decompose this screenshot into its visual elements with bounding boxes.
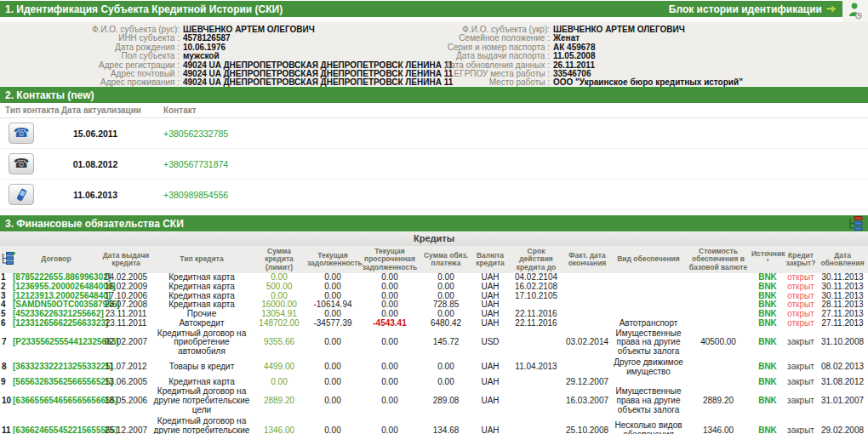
- collateral-value: [686, 378, 751, 387]
- credits-col-header: Срок действия кредита до: [509, 246, 563, 273]
- overdue-debt: -4543.41: [359, 319, 420, 328]
- contract-link[interactable]: [56563263562566556525]: [12, 378, 100, 387]
- actual-end-date: [563, 273, 611, 283]
- collateral-value: 40500.00: [686, 328, 751, 357]
- actual-end-date: [563, 319, 611, 328]
- credit-limit: 1346.00: [252, 416, 306, 434]
- currency: UAH: [471, 378, 509, 387]
- collateral-type: Несколько видов обеспечения: [611, 416, 686, 434]
- actual-end-date: 03.02.2014: [563, 328, 611, 357]
- credits-body: 1[8785222655.886996302]04.02.2005Кредитн…: [0, 273, 868, 434]
- payment-amount: 0.00: [420, 283, 471, 292]
- overdue-debt: 0.00: [359, 283, 420, 292]
- contract-link[interactable]: [36332332221325533225]: [12, 357, 100, 378]
- phone-blue-icon[interactable]: ☎: [9, 123, 34, 144]
- collateral-type: Автотранспорт: [611, 319, 686, 328]
- currency: UAH: [471, 319, 509, 328]
- credits-col-header: Договор: [12, 246, 100, 273]
- contacts-col-type: Тип контакта: [5, 106, 61, 115]
- credit-type: Кредитный договор на приобретение автомо…: [151, 328, 252, 357]
- source-code: BNK: [751, 378, 785, 387]
- updated-date: 08.02.2013: [817, 357, 868, 378]
- collateral-type: [611, 292, 686, 301]
- tree-icon[interactable]: [848, 216, 863, 231]
- arrow-right-icon[interactable]: [825, 3, 837, 14]
- credits-col-header: Тип кредита: [151, 246, 252, 273]
- overdue-debt: 0.00: [359, 378, 420, 387]
- id-field-row: Адрес проживания :49024 UA ДНЕПРОПЕТРОВС…: [0, 78, 434, 87]
- overdue-debt: 0.00: [359, 357, 420, 378]
- current-debt: 0.00: [306, 328, 359, 357]
- phone-blue-icon: ☎: [14, 127, 30, 140]
- currency: UAH: [471, 283, 509, 292]
- person-icon[interactable]: [848, 2, 863, 20]
- issue-date: 18.05.2006: [100, 386, 151, 415]
- contact-row: ☎15.06.2011+380562332785: [0, 118, 868, 149]
- actual-end-date: 25.10.2008: [563, 416, 611, 434]
- id-field-row: Место работы :ООО "Украинское бюро креди…: [434, 78, 868, 87]
- id-fields-right: Ф.И.О. субъекта (укр):ШЕВЧЕНКО АРТЕМ ОЛЕ…: [434, 26, 868, 81]
- credits-col-header: Стоимость обеспечения в базовой валюте: [686, 246, 751, 273]
- tree-add-icon[interactable]: [0, 246, 12, 273]
- mobile-phone-icon[interactable]: [9, 184, 34, 205]
- contract-link[interactable]: [1233126566225663323]: [12, 319, 100, 328]
- credit-status: закрыт: [785, 386, 817, 415]
- current-debt: 0.00: [306, 357, 359, 378]
- collateral-type: [611, 273, 686, 283]
- credits-col-header: Вид обеспечения: [611, 246, 686, 273]
- payment-amount: 0.00: [420, 357, 471, 378]
- credit-limit: 148702.00: [252, 319, 306, 328]
- section3-title: 3. Финансовые обязательства СКИ: [5, 218, 184, 230]
- actual-end-date: [563, 283, 611, 292]
- phone-black-icon[interactable]: ☎: [9, 153, 34, 174]
- section2-header: 2. Контакты (new): [0, 86, 868, 103]
- contact-row: ☎01.08.2012+380567731874: [0, 149, 868, 180]
- valid-until-date: 22.11.2016: [509, 319, 563, 328]
- credits-subheader: Кредиты: [0, 232, 868, 246]
- collateral-value: 1346.00: [686, 416, 751, 434]
- contract-link[interactable]: [P23355625554412325663]: [12, 328, 100, 357]
- field-label: Место работы :: [434, 78, 553, 87]
- contact-link[interactable]: +380989854556: [163, 190, 863, 200]
- row-number: 7: [0, 328, 12, 357]
- credits-col-header: Источник *: [751, 246, 785, 273]
- source-code: BNK: [751, 357, 785, 378]
- contact-link[interactable]: +380567731874: [163, 159, 863, 169]
- updated-date: 31.01.2007: [817, 386, 868, 415]
- credit-type: Автокредит: [151, 319, 252, 328]
- finances-table: Кредиты ДоговорДата выдачи кредитаТип кр…: [0, 231, 868, 434]
- source-code: BNK: [751, 416, 785, 434]
- credit-limit: 500.00: [252, 283, 306, 292]
- current-debt: -34577.39: [306, 319, 359, 328]
- collateral-value: [686, 319, 751, 328]
- credits-title: Кредиты: [414, 233, 454, 243]
- collateral-value: [686, 357, 751, 378]
- contract-link[interactable]: [636624655452215655565]: [12, 416, 100, 434]
- actual-end-date: [563, 292, 611, 301]
- contact-date: 15.06.2011: [61, 128, 129, 139]
- contract-link[interactable]: [636655654656565656655]: [12, 386, 100, 415]
- section3-header: 3. Финансовые обязательства СКИ: [0, 214, 868, 231]
- credit-row: 7[P23355625554412325663]02.02.2007Кредит…: [0, 328, 868, 357]
- identification-history-link[interactable]: Блок истории идентификации: [669, 3, 822, 15]
- credit-status: закрыт: [785, 328, 817, 357]
- source-code: BNK: [751, 283, 785, 292]
- subject-card-cell: [842, 0, 868, 22]
- field-value: 49024 UA ДНЕПРОПЕТРОВСКАЯ ДНЕПРОПЕТРОВСК…: [183, 78, 453, 87]
- contact-date: 01.08.2012: [61, 159, 129, 169]
- actual-end-date: 29.12.2007: [563, 378, 611, 387]
- overdue-debt: 0.00: [359, 416, 420, 434]
- overdue-debt: 0.00: [359, 328, 420, 357]
- section1-title: 1. Идентификация Субъекта Кредитной Исто…: [5, 3, 283, 15]
- updated-date: 27.11.2013: [817, 319, 868, 328]
- credit-status: закрыт: [785, 416, 817, 434]
- collateral-type: [611, 300, 686, 310]
- credits-col-header: Сумма обяз. платежа: [420, 246, 471, 273]
- credit-row: 6[1233126566225663323]23.11.2011Автокред…: [0, 319, 868, 328]
- issue-date: 23.11.2011: [100, 319, 151, 328]
- contract-link[interactable]: [1236955.2000026484000]: [12, 283, 100, 292]
- contact-link[interactable]: +380562332785: [163, 128, 863, 139]
- collateral-type: Имущественные права на другие объекты за…: [611, 328, 686, 357]
- credit-status: закрыт: [785, 378, 817, 387]
- actual-end-date: [563, 300, 611, 310]
